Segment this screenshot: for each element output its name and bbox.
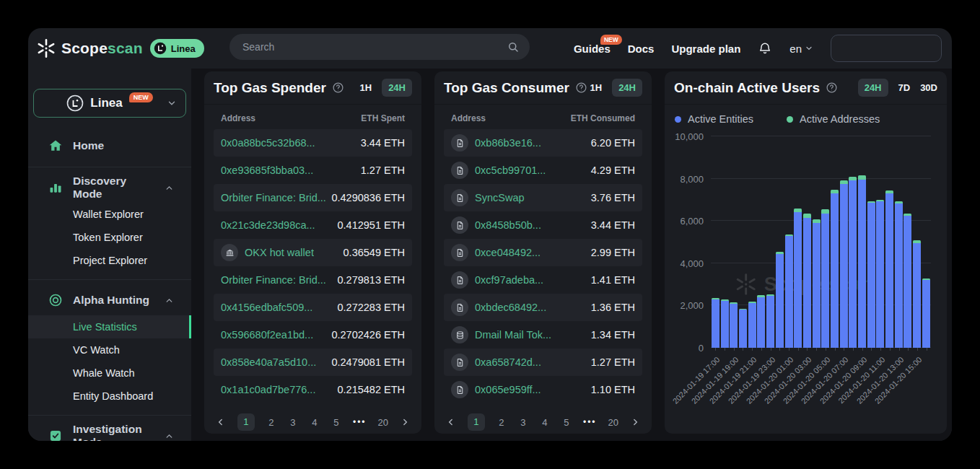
page-button-4[interactable]: 4 bbox=[310, 417, 320, 428]
legend-item-active-entities[interactable]: Active Entities bbox=[675, 113, 753, 125]
page-button-5[interactable]: 5 bbox=[561, 417, 572, 428]
table-row: 0x21c3de23d98ca...0.412951 ETH bbox=[214, 211, 412, 239]
legend-label: Active Entities bbox=[688, 113, 753, 125]
address-link[interactable]: 0x858e40a7a5d10... bbox=[221, 356, 316, 368]
address-link[interactable]: 0xa658742d... bbox=[475, 356, 541, 368]
address-link[interactable]: 0x21c3de23d98ca... bbox=[221, 219, 315, 231]
help-icon[interactable] bbox=[826, 82, 838, 94]
prev-page-button[interactable] bbox=[446, 417, 456, 427]
table-row: 0xb86b3e16...6.20 ETH bbox=[444, 129, 642, 157]
eth-value: 1.27 ETH bbox=[361, 165, 405, 176]
sidebar-item-live-statistics[interactable]: Live Statistics bbox=[28, 315, 191, 338]
network-selector[interactable]: Linea NEW bbox=[33, 89, 186, 118]
language-selector[interactable]: en bbox=[789, 43, 813, 55]
page-button-20[interactable]: 20 bbox=[608, 417, 618, 428]
address-link[interactable]: 0xbdec68492... bbox=[475, 302, 546, 313]
page-button-2[interactable]: 2 bbox=[496, 417, 507, 428]
sidebar-item-vc-watch[interactable]: VC Watch bbox=[28, 338, 191, 361]
page-button-4[interactable]: 4 bbox=[540, 417, 550, 428]
address-link[interactable]: 0xce048492... bbox=[475, 247, 541, 258]
nav-link-upgrade-plan[interactable]: Upgrade plan bbox=[671, 43, 740, 55]
bar-active-entities-segment bbox=[813, 223, 821, 348]
page-button-1[interactable]: 1 bbox=[468, 413, 485, 431]
notifications-bell-icon[interactable] bbox=[758, 41, 772, 56]
prev-page-button[interactable] bbox=[216, 417, 226, 427]
address-link[interactable]: OKX hot wallet bbox=[245, 247, 314, 258]
address-link[interactable]: Orbiter Finance: Brid... bbox=[221, 192, 325, 203]
search-icon[interactable] bbox=[507, 40, 520, 53]
nav-link-docs[interactable]: Docs bbox=[628, 43, 655, 55]
help-icon[interactable] bbox=[575, 82, 587, 94]
time-toggle-24h[interactable]: 24H bbox=[858, 79, 888, 97]
panel-onchain-active-users: On-chain Active Users 24H7D30D Active En… bbox=[665, 71, 947, 434]
address-link[interactable]: 0xc5cb99701... bbox=[475, 165, 546, 176]
address-link[interactable]: 0xe93685f3bba03... bbox=[221, 165, 313, 176]
sidebar-item-wallet-explorer[interactable]: Wallet Explorer bbox=[28, 203, 191, 226]
time-toggle-7d[interactable]: 7D bbox=[898, 82, 911, 93]
address-link[interactable]: 0x0a88bc5c32b68... bbox=[221, 137, 315, 149]
address-link[interactable]: 0xb86b3e16... bbox=[475, 137, 541, 149]
bar-active-entities-segment bbox=[885, 193, 893, 348]
help-icon[interactable] bbox=[332, 82, 344, 94]
bar bbox=[739, 309, 747, 348]
sidebar-item-entity-dashboard[interactable]: Entity Dashboard bbox=[28, 385, 191, 408]
page-button-5[interactable]: 5 bbox=[331, 417, 341, 428]
address-link[interactable]: 0x8458b50b... bbox=[475, 219, 541, 231]
header-outline-button[interactable] bbox=[831, 35, 942, 62]
pages-ellipsis[interactable]: ••• bbox=[583, 417, 597, 427]
time-toggle-24h[interactable]: 24H bbox=[382, 79, 412, 97]
navbar-actions: Guides NEW Docs Upgrade plan en bbox=[574, 28, 942, 69]
next-page-button[interactable] bbox=[400, 417, 410, 427]
bar-active-entities-segment bbox=[757, 297, 765, 348]
time-toggle-24h[interactable]: 24H bbox=[612, 79, 642, 97]
address-link[interactable]: 0xcf97adeba... bbox=[475, 274, 543, 286]
address-link[interactable]: 0x1a1c0ad7be776... bbox=[221, 384, 315, 395]
x-axis-tick bbox=[725, 348, 725, 351]
address-link[interactable]: Orbiter Finance: Brid... bbox=[221, 274, 326, 286]
bar bbox=[813, 219, 821, 348]
sidebar-section-investigation[interactable]: Investigation Mode bbox=[28, 424, 191, 441]
page-button-3[interactable]: 3 bbox=[518, 417, 528, 428]
page-button-20[interactable]: 20 bbox=[378, 417, 388, 428]
page-button-1[interactable]: 1 bbox=[237, 413, 255, 431]
bar-active-entities-segment bbox=[785, 236, 793, 348]
legend-item-active-addresses[interactable]: Active Addresses bbox=[787, 113, 880, 125]
eth-value: 0.2702426 ETH bbox=[331, 329, 405, 341]
sidebar-section-alpha[interactable]: Alpha Hunting bbox=[28, 288, 191, 312]
address-link[interactable]: 0x065e959ff... bbox=[475, 384, 541, 395]
time-toggle-1h[interactable]: 1H bbox=[360, 82, 372, 93]
bar bbox=[913, 240, 921, 348]
x-axis-tick bbox=[853, 348, 854, 351]
eth-value: 0.2479081 ETH bbox=[331, 356, 405, 368]
sidebar-item-whale-watch[interactable]: Whale Watch bbox=[28, 361, 191, 385]
sidebar-item-home[interactable]: Home bbox=[28, 133, 191, 158]
chart-legend: Active EntitiesActive Addresses bbox=[665, 105, 947, 125]
x-axis-tick bbox=[835, 348, 836, 351]
address-link[interactable]: 0x596680f2ea1bd... bbox=[221, 329, 313, 341]
time-toggle-1h[interactable]: 1H bbox=[590, 82, 603, 93]
time-toggle-30d[interactable]: 30D bbox=[920, 82, 937, 93]
address-link[interactable]: 0x4156edbafc509... bbox=[221, 302, 312, 313]
scopescan-logo[interactable]: Scopescan bbox=[35, 38, 143, 59]
next-page-button[interactable] bbox=[630, 417, 640, 427]
sidebar-item-project-explorer[interactable]: Project Explorer bbox=[28, 249, 191, 272]
address-link[interactable]: SyncSwap bbox=[475, 192, 525, 203]
nav-link-guides[interactable]: Guides NEW bbox=[574, 43, 611, 55]
contract-icon bbox=[451, 216, 468, 234]
bar-active-entities-segment bbox=[794, 212, 802, 348]
address-link[interactable]: Dmail Mail Tok... bbox=[475, 329, 551, 341]
address-cell: 0xce048492... bbox=[451, 244, 585, 261]
bank-icon bbox=[221, 244, 238, 261]
bar-active-entities-segment bbox=[748, 303, 756, 348]
sidebar-item-token-explorer[interactable]: Token Explorer bbox=[28, 226, 191, 249]
sidebar-section-discovery[interactable]: Discovery Mode bbox=[28, 175, 191, 200]
search-input[interactable] bbox=[242, 41, 507, 53]
contract-icon bbox=[451, 189, 468, 206]
table-header: Address ETH Consumed bbox=[434, 108, 652, 129]
y-axis-label: 2,000 bbox=[666, 300, 704, 311]
address-cell: 0xb86b3e16... bbox=[451, 134, 585, 152]
page-button-3[interactable]: 3 bbox=[288, 417, 298, 428]
page-button-2[interactable]: 2 bbox=[266, 417, 276, 428]
table-row: 0x065e959ff...1.10 ETH bbox=[444, 376, 642, 403]
pages-ellipsis[interactable]: ••• bbox=[353, 417, 367, 427]
